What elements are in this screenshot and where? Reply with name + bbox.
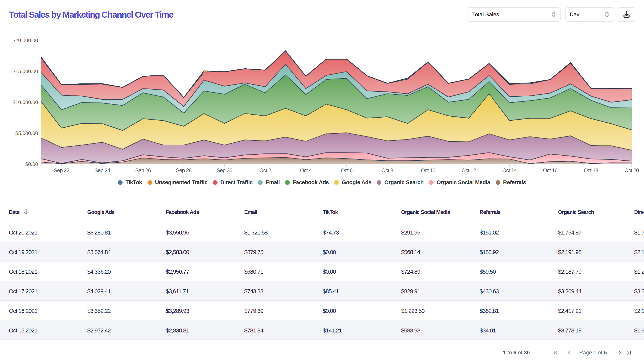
svg-text:Sep 28: Sep 28 xyxy=(176,168,192,174)
svg-text:$20,000.00: $20,000.00 xyxy=(13,38,38,43)
svg-text:Oct 20: Oct 20 xyxy=(624,168,639,174)
svg-text:Oct 6: Oct 6 xyxy=(341,168,352,174)
svg-text:$10,000.00: $10,000.00 xyxy=(13,99,38,105)
svg-text:$15,000.00: $15,000.00 xyxy=(13,68,38,74)
svg-text:Oct 16: Oct 16 xyxy=(543,168,557,174)
svg-text:Sep 24: Sep 24 xyxy=(95,168,110,174)
svg-text:$5,000.00: $5,000.00 xyxy=(15,130,38,136)
svg-text:Oct 12: Oct 12 xyxy=(462,168,476,174)
svg-text:Oct 4: Oct 4 xyxy=(300,168,312,174)
svg-text:Oct 2: Oct 2 xyxy=(259,168,271,174)
svg-text:Sep 26: Sep 26 xyxy=(135,168,151,174)
svg-text:Oct 18: Oct 18 xyxy=(584,168,598,174)
svg-text:Sep 22: Sep 22 xyxy=(54,168,69,174)
svg-text:Oct 8: Oct 8 xyxy=(381,168,393,174)
svg-text:Oct 14: Oct 14 xyxy=(502,168,517,174)
svg-text:Oct 10: Oct 10 xyxy=(421,168,435,174)
svg-text:$0.00: $0.00 xyxy=(25,161,38,167)
svg-text:Sep 30: Sep 30 xyxy=(217,168,232,174)
